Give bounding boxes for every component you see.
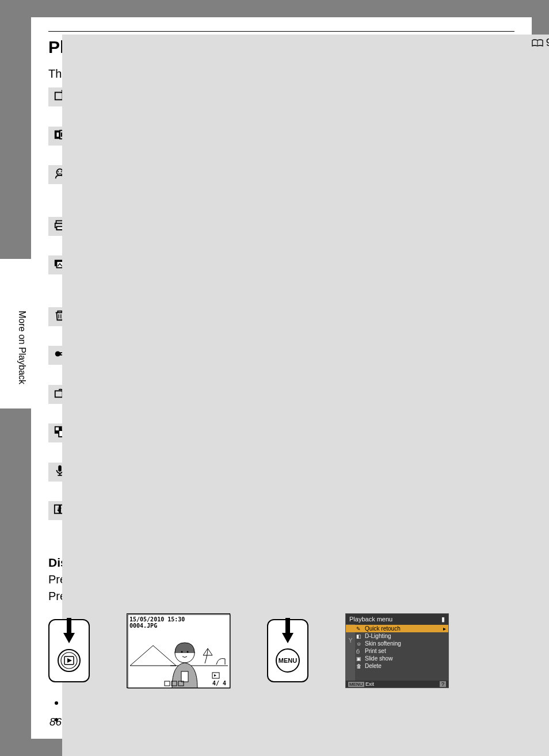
svg-point-46 — [187, 651, 189, 653]
camera-lcd-illustration: 15/05/2010 15:30 0004.JPG 4/ — [127, 613, 230, 688]
menu-screen-footer-help: ? — [440, 681, 446, 687]
playback-menu-table: Quick retouch 100Easily create retouched… — [48, 87, 514, 540]
menu-button-illustration: MENU — [267, 619, 308, 682]
svg-point-8 — [58, 171, 59, 172]
section-tab-label: More on Playback — [17, 311, 27, 384]
menu-screen-item: 🗑Delete — [346, 662, 448, 670]
svg-rect-4 — [57, 132, 59, 136]
down-arrow-icon — [282, 618, 293, 643]
menu-screen-footer-exit: MENU Exit — [348, 681, 374, 687]
lcd-counter: 4/ 4 — [212, 680, 226, 686]
svg-marker-42 — [67, 658, 72, 663]
page-number: 86 — [49, 716, 62, 728]
menu-screen-item: ◧D-Lighting — [346, 632, 448, 640]
svg-marker-49 — [214, 674, 216, 677]
manual-page: Playback Option: Playback Menu The follo… — [31, 17, 532, 739]
menu-screen-item: ⎙Print set — [346, 647, 448, 655]
svg-rect-0 — [55, 93, 63, 100]
menu-screen-item: ▣Slide show — [346, 655, 448, 662]
book-ref-icon — [532, 36, 543, 48]
svg-rect-27 — [56, 427, 59, 431]
svg-rect-50 — [165, 681, 170, 686]
top-rule — [48, 31, 514, 32]
playback-button-illustration — [48, 619, 90, 682]
svg-rect-29 — [58, 465, 62, 471]
menu-screen-item: ✎Quick retouch — [346, 625, 448, 632]
down-arrow-icon — [63, 618, 75, 643]
svg-point-45 — [181, 651, 183, 653]
svg-text:MENU: MENU — [279, 657, 297, 664]
svg-rect-47 — [181, 671, 188, 682]
playback-menu-screen-illustration: Playback menu▮ Y ✎Quick retouch◧D-Lighti… — [345, 613, 449, 688]
menu-screen-item: ☺Skin softening — [346, 640, 448, 647]
menu-screen-title: Playback menu — [349, 616, 392, 623]
menu-screen-scroll-indicator: ▮ — [441, 616, 445, 623]
table-row: Copy 97 — [48, 501, 514, 520]
svg-rect-22 — [55, 391, 63, 397]
